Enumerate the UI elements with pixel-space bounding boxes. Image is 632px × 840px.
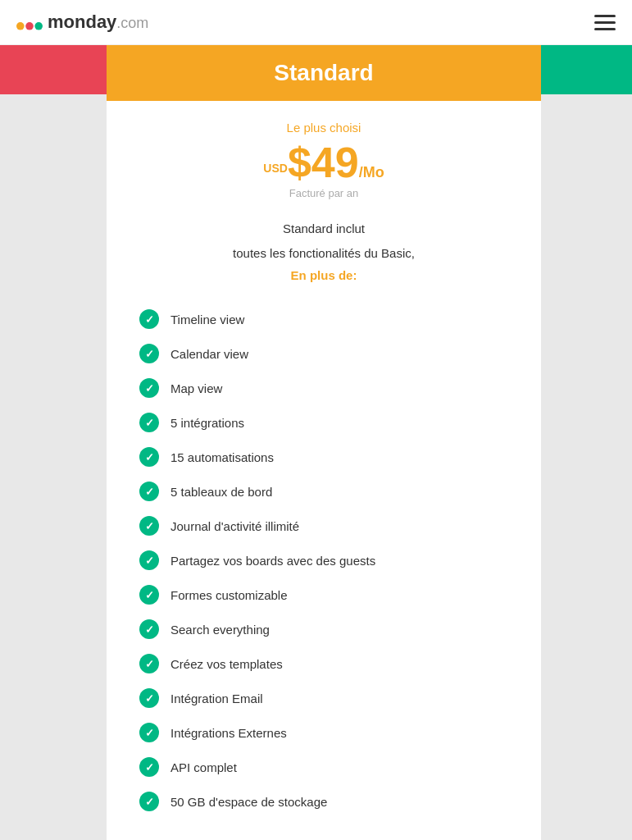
- plan-card: Standard Le plus choisi USD$49/Mo Factur…: [107, 45, 541, 840]
- feature-item: 15 automatisations: [139, 440, 508, 474]
- features-list: Timeline viewCalendar viewMap view5 inté…: [139, 302, 508, 819]
- feature-item: 5 tableaux de bord: [139, 474, 508, 509]
- price-row: USD$49/Mo: [139, 141, 508, 184]
- feature-label: 5 intégrations: [171, 416, 244, 430]
- check-icon: [139, 757, 159, 777]
- check-icon: [139, 309, 159, 329]
- check-icon: [139, 585, 159, 605]
- price-period: /Mo: [359, 164, 384, 180]
- feature-label: Calendar view: [171, 347, 248, 361]
- feature-item: Map view: [139, 371, 508, 405]
- feature-label: Intégration Email: [171, 692, 263, 705]
- check-icon: [139, 619, 159, 639]
- check-icon: [139, 688, 159, 708]
- feature-item: API complet: [139, 750, 508, 784]
- price-amount: $49: [288, 139, 359, 186]
- feature-label: Formes customizable: [171, 588, 288, 602]
- most-popular-label: Le plus choisi: [139, 121, 508, 135]
- hamburger-line-1: [594, 15, 616, 17]
- feature-item: Journal d'activité illimité: [139, 509, 508, 543]
- svg-point-1: [25, 22, 34, 30]
- feature-label: Search everything: [171, 623, 270, 637]
- feature-label: 15 automatisations: [171, 450, 274, 464]
- menu-button[interactable]: [594, 15, 616, 30]
- price-currency: USD: [263, 162, 288, 175]
- right-panel: [534, 45, 632, 840]
- monday-logo-icon: [16, 14, 43, 30]
- check-icon: [139, 378, 159, 398]
- feature-item: Search everything: [139, 612, 508, 646]
- billed-label: Facturé par an: [139, 187, 508, 199]
- logo: monday.com: [16, 11, 148, 33]
- svg-point-0: [16, 22, 25, 30]
- feature-item: Formes customizable: [139, 578, 508, 612]
- feature-label: API complet: [171, 760, 237, 774]
- feature-label: Partagez vos boards avec des guests: [171, 554, 375, 568]
- hamburger-line-2: [594, 21, 616, 24]
- check-icon: [139, 792, 159, 811]
- check-icon: [139, 550, 159, 570]
- en-plus-label: En plus de:: [139, 268, 508, 282]
- check-icon: [139, 413, 159, 432]
- logo-text: monday.com: [48, 11, 148, 33]
- header: monday.com: [0, 0, 632, 45]
- check-icon: [139, 344, 159, 363]
- check-icon: [139, 447, 159, 467]
- svg-point-2: [34, 22, 43, 30]
- left-panel: [0, 45, 107, 840]
- left-color-block: [0, 45, 107, 94]
- page-body: Standard Le plus choisi USD$49/Mo Factur…: [0, 45, 632, 840]
- plan-card-header: Standard: [107, 45, 541, 101]
- feature-label: Intégrations Externes: [171, 726, 287, 740]
- feature-label: 5 tableaux de bord: [171, 485, 272, 499]
- plan-title: Standard: [274, 60, 373, 85]
- feature-label: Timeline view: [171, 313, 244, 326]
- feature-item: Calendar view: [139, 336, 508, 371]
- feature-item: Timeline view: [139, 302, 508, 336]
- feature-item: 5 intégrations: [139, 405, 508, 440]
- check-icon: [139, 516, 159, 536]
- right-color-block: [534, 45, 632, 94]
- feature-item: Partagez vos boards avec des guests: [139, 543, 508, 578]
- feature-item: Intégration Email: [139, 681, 508, 715]
- feature-item: 50 GB d'espace de stockage: [139, 784, 508, 819]
- plan-card-body: Le plus choisi USD$49/Mo Facturé par an …: [107, 101, 541, 840]
- feature-label: 50 GB d'espace de stockage: [171, 795, 327, 809]
- includes-line2: toutes les fonctionalités du Basic,: [139, 244, 508, 263]
- hamburger-line-3: [594, 28, 616, 30]
- check-icon: [139, 723, 159, 742]
- feature-item: Créez vos templates: [139, 646, 508, 681]
- feature-label: Créez vos templates: [171, 657, 283, 671]
- check-icon: [139, 482, 159, 501]
- feature-item: Intégrations Externes: [139, 715, 508, 750]
- feature-label: Map view: [171, 381, 222, 395]
- includes-line1: Standard inclut: [139, 219, 508, 239]
- feature-label: Journal d'activité illimité: [171, 519, 299, 533]
- check-icon: [139, 654, 159, 673]
